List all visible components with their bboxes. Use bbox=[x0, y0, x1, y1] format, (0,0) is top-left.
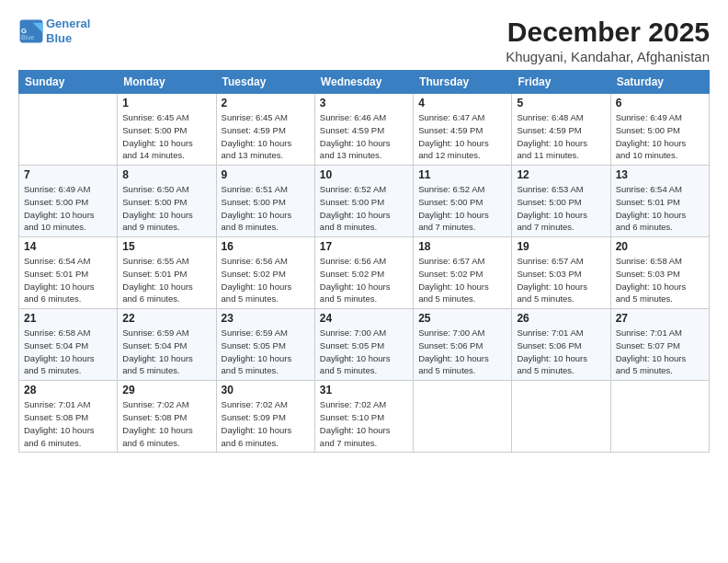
day-number: 5 bbox=[517, 97, 605, 109]
calendar-cell: 9Sunrise: 6:51 AMSunset: 5:00 PMDaylight… bbox=[216, 166, 314, 237]
day-number: 28 bbox=[24, 384, 112, 396]
weekday-header-thursday: Thursday bbox=[414, 71, 512, 94]
day-info: Sunrise: 6:49 AMSunset: 5:00 PMDaylight:… bbox=[24, 183, 112, 234]
header: G Blue General Blue December 2025 Khugya… bbox=[18, 17, 710, 64]
day-info: Sunrise: 6:58 AMSunset: 5:03 PMDaylight:… bbox=[616, 255, 704, 305]
week-row-2: 7Sunrise: 6:49 AMSunset: 5:00 PMDaylight… bbox=[19, 166, 710, 237]
day-number: 4 bbox=[418, 97, 506, 109]
calendar-cell: 15Sunrise: 6:55 AMSunset: 5:01 PMDayligh… bbox=[118, 237, 216, 309]
day-info: Sunrise: 6:58 AMSunset: 5:04 PMDaylight:… bbox=[24, 327, 112, 377]
calendar-cell: 21Sunrise: 6:58 AMSunset: 5:04 PMDayligh… bbox=[19, 309, 118, 381]
calendar-page: G Blue General Blue December 2025 Khugya… bbox=[0, 0, 728, 563]
day-number: 17 bbox=[320, 240, 408, 253]
calendar-cell: 1Sunrise: 6:45 AMSunset: 5:00 PMDaylight… bbox=[118, 94, 216, 166]
day-info: Sunrise: 6:59 AMSunset: 5:05 PMDaylight:… bbox=[222, 327, 310, 377]
weekday-header-sunday: Sunday bbox=[19, 71, 118, 94]
day-info: Sunrise: 7:01 AMSunset: 5:07 PMDaylight:… bbox=[616, 327, 704, 377]
day-info: Sunrise: 6:48 AMSunset: 4:59 PMDaylight:… bbox=[517, 111, 605, 162]
day-info: Sunrise: 6:51 AMSunset: 5:00 PMDaylight:… bbox=[222, 183, 310, 234]
calendar-cell bbox=[414, 381, 512, 453]
day-number: 13 bbox=[616, 168, 704, 181]
svg-text:G: G bbox=[21, 26, 27, 34]
calendar-cell: 12Sunrise: 6:53 AMSunset: 5:00 PMDayligh… bbox=[512, 166, 610, 237]
day-info: Sunrise: 6:52 AMSunset: 5:00 PMDaylight:… bbox=[418, 183, 506, 234]
day-number: 20 bbox=[616, 240, 704, 253]
day-info: Sunrise: 6:45 AMSunset: 5:00 PMDaylight:… bbox=[122, 111, 210, 162]
calendar-cell: 13Sunrise: 6:54 AMSunset: 5:01 PMDayligh… bbox=[610, 166, 709, 237]
calendar-cell: 27Sunrise: 7:01 AMSunset: 5:07 PMDayligh… bbox=[610, 309, 709, 381]
day-info: Sunrise: 6:59 AMSunset: 5:04 PMDaylight:… bbox=[122, 327, 210, 377]
title-block: December 2025 Khugyani, Kandahar, Afghan… bbox=[506, 17, 710, 64]
day-info: Sunrise: 6:55 AMSunset: 5:01 PMDaylight:… bbox=[122, 255, 210, 305]
calendar-cell: 14Sunrise: 6:54 AMSunset: 5:01 PMDayligh… bbox=[19, 237, 118, 309]
calendar-cell bbox=[512, 381, 610, 453]
day-info: Sunrise: 6:50 AMSunset: 5:00 PMDaylight:… bbox=[122, 183, 210, 234]
day-number: 27 bbox=[616, 312, 704, 325]
logo-text: General Blue bbox=[46, 17, 90, 45]
calendar-cell: 24Sunrise: 7:00 AMSunset: 5:05 PMDayligh… bbox=[314, 309, 413, 381]
calendar-cell: 22Sunrise: 6:59 AMSunset: 5:04 PMDayligh… bbox=[118, 309, 216, 381]
day-number: 19 bbox=[517, 240, 605, 253]
day-number: 24 bbox=[320, 312, 408, 325]
day-info: Sunrise: 7:02 AMSunset: 5:10 PMDaylight:… bbox=[320, 398, 408, 449]
day-info: Sunrise: 7:02 AMSunset: 5:08 PMDaylight:… bbox=[122, 398, 210, 449]
day-info: Sunrise: 6:56 AMSunset: 5:02 PMDaylight:… bbox=[320, 255, 408, 305]
logo-icon: G Blue bbox=[18, 18, 44, 44]
calendar-cell: 31Sunrise: 7:02 AMSunset: 5:10 PMDayligh… bbox=[314, 381, 413, 453]
day-info: Sunrise: 6:47 AMSunset: 4:59 PMDaylight:… bbox=[418, 111, 506, 162]
day-info: Sunrise: 6:54 AMSunset: 5:01 PMDaylight:… bbox=[24, 255, 112, 305]
day-info: Sunrise: 7:02 AMSunset: 5:09 PMDaylight:… bbox=[222, 398, 310, 449]
weekday-header-saturday: Saturday bbox=[610, 71, 709, 94]
calendar-cell: 25Sunrise: 7:00 AMSunset: 5:06 PMDayligh… bbox=[414, 309, 512, 381]
day-info: Sunrise: 6:53 AMSunset: 5:00 PMDaylight:… bbox=[517, 183, 605, 234]
calendar-cell: 4Sunrise: 6:47 AMSunset: 4:59 PMDaylight… bbox=[414, 94, 512, 166]
weekday-header-row: SundayMondayTuesdayWednesdayThursdayFrid… bbox=[19, 71, 710, 94]
day-number: 21 bbox=[24, 312, 112, 325]
calendar-cell: 3Sunrise: 6:46 AMSunset: 4:59 PMDaylight… bbox=[314, 94, 413, 166]
week-row-3: 14Sunrise: 6:54 AMSunset: 5:01 PMDayligh… bbox=[19, 237, 710, 309]
day-number: 29 bbox=[122, 384, 210, 396]
day-number: 7 bbox=[24, 168, 112, 181]
day-number: 2 bbox=[222, 97, 310, 109]
day-info: Sunrise: 7:00 AMSunset: 5:05 PMDaylight:… bbox=[320, 327, 408, 377]
day-info: Sunrise: 7:01 AMSunset: 5:08 PMDaylight:… bbox=[24, 398, 112, 449]
calendar-cell: 16Sunrise: 6:56 AMSunset: 5:02 PMDayligh… bbox=[216, 237, 314, 309]
day-number: 9 bbox=[222, 168, 310, 181]
calendar-cell: 2Sunrise: 6:45 AMSunset: 4:59 PMDaylight… bbox=[216, 94, 314, 166]
day-info: Sunrise: 6:49 AMSunset: 5:00 PMDaylight:… bbox=[616, 111, 704, 162]
calendar-cell: 11Sunrise: 6:52 AMSunset: 5:00 PMDayligh… bbox=[414, 166, 512, 237]
calendar-cell: 26Sunrise: 7:01 AMSunset: 5:06 PMDayligh… bbox=[512, 309, 610, 381]
day-number: 26 bbox=[517, 312, 605, 325]
calendar-cell: 29Sunrise: 7:02 AMSunset: 5:08 PMDayligh… bbox=[118, 381, 216, 453]
day-info: Sunrise: 6:57 AMSunset: 5:03 PMDaylight:… bbox=[517, 255, 605, 305]
day-info: Sunrise: 6:45 AMSunset: 4:59 PMDaylight:… bbox=[222, 111, 310, 162]
day-info: Sunrise: 6:57 AMSunset: 5:02 PMDaylight:… bbox=[418, 255, 506, 305]
week-row-5: 28Sunrise: 7:01 AMSunset: 5:08 PMDayligh… bbox=[19, 381, 710, 453]
weekday-header-tuesday: Tuesday bbox=[216, 71, 314, 94]
weekday-header-wednesday: Wednesday bbox=[314, 71, 413, 94]
calendar-cell: 18Sunrise: 6:57 AMSunset: 5:02 PMDayligh… bbox=[414, 237, 512, 309]
calendar-cell: 19Sunrise: 6:57 AMSunset: 5:03 PMDayligh… bbox=[512, 237, 610, 309]
day-number: 11 bbox=[418, 168, 506, 181]
day-number: 31 bbox=[320, 384, 408, 396]
day-number: 8 bbox=[122, 168, 210, 181]
day-number: 30 bbox=[222, 384, 310, 396]
calendar-cell: 28Sunrise: 7:01 AMSunset: 5:08 PMDayligh… bbox=[19, 381, 118, 453]
day-number: 6 bbox=[616, 97, 704, 109]
logo: G Blue General Blue bbox=[18, 17, 90, 45]
week-row-4: 21Sunrise: 6:58 AMSunset: 5:04 PMDayligh… bbox=[19, 309, 710, 381]
calendar-cell: 5Sunrise: 6:48 AMSunset: 4:59 PMDaylight… bbox=[512, 94, 610, 166]
day-info: Sunrise: 6:54 AMSunset: 5:01 PMDaylight:… bbox=[616, 183, 704, 234]
day-number: 14 bbox=[24, 240, 112, 253]
calendar-cell bbox=[19, 94, 118, 166]
day-info: Sunrise: 7:00 AMSunset: 5:06 PMDaylight:… bbox=[418, 327, 506, 377]
day-info: Sunrise: 6:56 AMSunset: 5:02 PMDaylight:… bbox=[222, 255, 310, 305]
day-info: Sunrise: 6:46 AMSunset: 4:59 PMDaylight:… bbox=[320, 111, 408, 162]
calendar-cell: 30Sunrise: 7:02 AMSunset: 5:09 PMDayligh… bbox=[216, 381, 314, 453]
day-info: Sunrise: 7:01 AMSunset: 5:06 PMDaylight:… bbox=[517, 327, 605, 377]
day-number: 25 bbox=[418, 312, 506, 325]
day-number: 10 bbox=[320, 168, 408, 181]
weekday-header-friday: Friday bbox=[512, 71, 610, 94]
month-title: December 2025 bbox=[506, 17, 710, 47]
calendar-table: SundayMondayTuesdayWednesdayThursdayFrid… bbox=[18, 70, 710, 453]
